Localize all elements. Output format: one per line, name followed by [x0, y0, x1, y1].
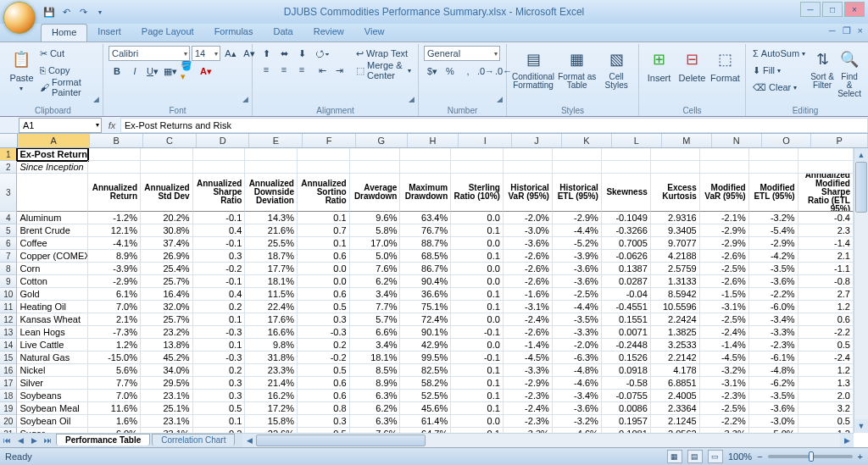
- col-header-K[interactable]: K: [562, 134, 612, 147]
- cell[interactable]: 0.1: [193, 415, 246, 428]
- cell[interactable]: Annualized Return: [88, 174, 141, 212]
- fill-color-button[interactable]: 🪣▾: [180, 64, 197, 79]
- tab-home[interactable]: Home: [41, 24, 87, 42]
- col-header-O[interactable]: O: [762, 134, 812, 147]
- cell[interactable]: -2.9%: [700, 224, 749, 237]
- cell[interactable]: -4.6%: [553, 377, 602, 390]
- cell[interactable]: 0.1: [193, 339, 246, 352]
- cell[interactable]: -2.2%: [700, 415, 749, 428]
- cell[interactable]: 36.6%: [400, 288, 451, 301]
- cell[interactable]: 6.2%: [350, 402, 401, 415]
- cell[interactable]: 0.3: [193, 250, 246, 263]
- tab-review[interactable]: Review: [303, 24, 354, 42]
- cell[interactable]: 8.9%: [88, 250, 141, 263]
- cell[interactable]: 0.5: [798, 415, 854, 428]
- cell[interactable]: [553, 148, 602, 161]
- cell[interactable]: 0.5: [193, 402, 246, 415]
- cell[interactable]: [193, 148, 246, 161]
- increase-decimal-icon[interactable]: .0→: [477, 64, 494, 79]
- cell[interactable]: -2.2: [798, 326, 854, 339]
- scroll-up-icon[interactable]: ▲: [854, 148, 868, 162]
- cell[interactable]: 99.5%: [400, 352, 451, 364]
- cell[interactable]: 0.1526: [602, 352, 651, 364]
- col-header-F[interactable]: F: [303, 134, 356, 147]
- cell[interactable]: 58.2%: [400, 377, 451, 390]
- cell[interactable]: -2.4%: [504, 313, 553, 326]
- cell[interactable]: Nickel: [17, 364, 88, 377]
- cell[interactable]: -4.5%: [504, 352, 553, 364]
- view-break-icon[interactable]: ▭: [708, 450, 723, 463]
- cell[interactable]: -3.1%: [504, 301, 553, 313]
- col-header-A[interactable]: A: [18, 134, 90, 147]
- cell[interactable]: -2.3%: [504, 390, 553, 402]
- cell[interactable]: -3.2%: [553, 415, 602, 428]
- col-header-L[interactable]: L: [612, 134, 662, 147]
- cell[interactable]: 0.0918: [602, 364, 651, 377]
- row-header[interactable]: 18: [0, 390, 17, 402]
- font-size-select[interactable]: 14: [192, 46, 220, 61]
- view-normal-icon[interactable]: ▦: [667, 450, 682, 463]
- cell[interactable]: 25.1%: [141, 402, 193, 415]
- cell[interactable]: 13.8%: [141, 339, 193, 352]
- cell[interactable]: -2.6%: [700, 275, 749, 288]
- cell[interactable]: -3.1%: [700, 377, 749, 390]
- decrease-indent-icon[interactable]: ⇤: [314, 63, 331, 78]
- cell[interactable]: 9.7077: [651, 237, 700, 250]
- zoom-in-icon[interactable]: +: [858, 451, 863, 462]
- cell[interactable]: Brent Crude: [17, 224, 88, 237]
- cell[interactable]: 45.2%: [141, 352, 193, 364]
- cell[interactable]: 52.5%: [400, 390, 451, 402]
- cell[interactable]: 22.4%: [245, 301, 298, 313]
- zoom-slider[interactable]: [768, 455, 853, 458]
- cell[interactable]: -7.3%: [88, 326, 141, 339]
- cell[interactable]: -2.6%: [504, 275, 553, 288]
- cell[interactable]: 5.6%: [88, 364, 141, 377]
- cell[interactable]: Sterling Ratio (10%): [451, 174, 504, 212]
- cell[interactable]: 0.0086: [602, 402, 651, 415]
- grow-font-icon[interactable]: A▴: [222, 46, 239, 61]
- cell[interactable]: 76.7%: [400, 224, 451, 237]
- clipboard-launcher-icon[interactable]: ◢: [91, 94, 101, 104]
- cell[interactable]: 0.0: [298, 263, 350, 275]
- minimize-button[interactable]: ─: [800, 2, 821, 17]
- horizontal-scrollbar[interactable]: ◀ ▶: [242, 433, 854, 447]
- comma-format-icon[interactable]: ,: [459, 64, 476, 79]
- row-header[interactable]: 12: [0, 313, 17, 326]
- cell[interactable]: [141, 161, 193, 174]
- cell[interactable]: 1.3133: [651, 275, 700, 288]
- tab-formulas[interactable]: Formulas: [204, 24, 264, 42]
- bold-button[interactable]: B: [108, 64, 125, 79]
- cell[interactable]: 0.2: [298, 339, 350, 352]
- cell[interactable]: 63.4%: [400, 212, 451, 224]
- cell[interactable]: -2.3%: [504, 415, 553, 428]
- cell[interactable]: -3.0%: [749, 415, 798, 428]
- cell[interactable]: -1.4%: [700, 339, 749, 352]
- cell[interactable]: [451, 161, 504, 174]
- cell[interactable]: [749, 148, 798, 161]
- cell[interactable]: [17, 174, 88, 212]
- align-right-icon[interactable]: ≡: [293, 62, 310, 77]
- cell[interactable]: 16.4%: [141, 288, 193, 301]
- wrap-text-button[interactable]: ↩Wrap Text: [354, 46, 413, 61]
- vscroll-thumb[interactable]: [855, 162, 867, 213]
- cell[interactable]: Excess Kurtosis: [651, 174, 700, 212]
- cell[interactable]: 37.4%: [141, 237, 193, 250]
- worksheet-grid[interactable]: 1Ex-Post Returns and Risk2Since Inceptio…: [0, 148, 854, 433]
- cell[interactable]: 20.2%: [141, 212, 193, 224]
- fill-button[interactable]: ⬇Fill▾: [751, 63, 807, 78]
- cell[interactable]: 0.3: [298, 313, 350, 326]
- cell[interactable]: -0.58: [602, 377, 651, 390]
- cell[interactable]: -0.2: [298, 352, 350, 364]
- cell[interactable]: -6.0%: [749, 301, 798, 313]
- cell[interactable]: 0.7005: [602, 237, 651, 250]
- cell[interactable]: Cotton: [17, 275, 88, 288]
- maximize-button[interactable]: □: [822, 2, 843, 17]
- cell[interactable]: 34.0%: [141, 364, 193, 377]
- cell[interactable]: -2.6%: [504, 326, 553, 339]
- cell[interactable]: -4.8%: [749, 364, 798, 377]
- row-header[interactable]: 1: [0, 148, 17, 161]
- cell[interactable]: [400, 148, 451, 161]
- sheet-nav-next-icon[interactable]: ▶: [27, 436, 41, 445]
- cell[interactable]: 0.5: [298, 301, 350, 313]
- cell[interactable]: 4.2188: [651, 250, 700, 263]
